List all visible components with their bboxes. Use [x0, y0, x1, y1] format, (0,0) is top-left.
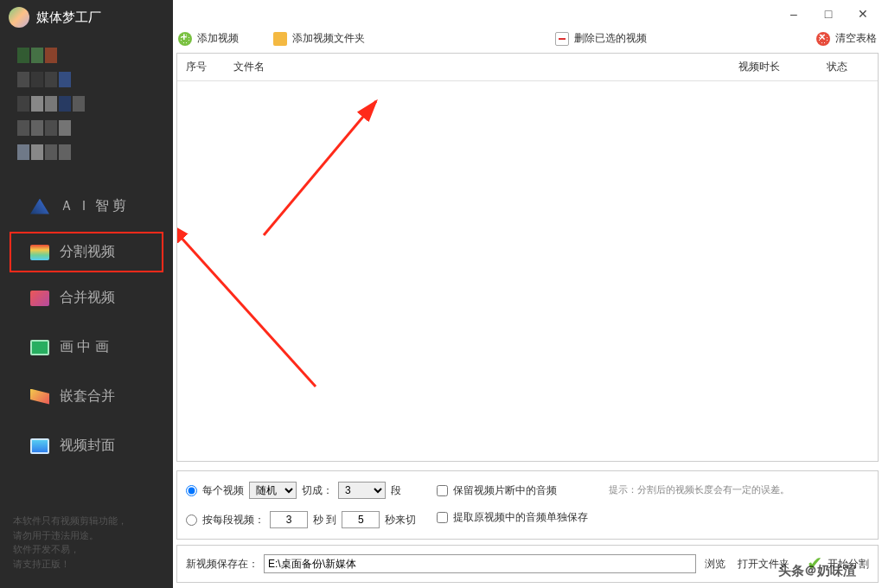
extract-audio-checkbox[interactable] — [437, 512, 448, 523]
pixelated-area — [0, 35, 173, 173]
nav-label: 合并视频 — [60, 289, 115, 307]
nav-label: Ａ Ｉ 智 剪 — [60, 197, 126, 215]
add-icon — [178, 32, 192, 46]
cover-icon — [30, 438, 49, 454]
svg-line-0 — [264, 101, 376, 235]
keep-audio-label: 保留视频片断中的音频 — [453, 483, 557, 498]
th-seq: 序号 — [177, 60, 225, 74]
footer-text: 本软件只有视频剪辑功能， 请勿用于违法用途。 软件开发不易， 请支持正版！ — [0, 496, 173, 588]
keep-audio-checkbox[interactable] — [437, 485, 448, 496]
nav-ai-edit[interactable]: Ａ Ｉ 智 剪 — [0, 182, 173, 231]
th-duration: 视频时长 — [722, 60, 796, 74]
nest-icon — [30, 389, 49, 405]
segments-suffix: 段 — [391, 483, 401, 498]
each-video-label: 每个视频 — [202, 483, 244, 498]
maximize-button[interactable]: □ — [823, 7, 834, 21]
arrow-annotation-2 — [176, 222, 324, 398]
add-folder-button[interactable]: 添加视频文件夹 — [273, 31, 365, 46]
svg-line-1 — [179, 235, 316, 387]
sec-mid-label: 秒 到 — [313, 513, 336, 527]
random-select[interactable]: 随机 — [249, 482, 297, 499]
cut-into-label: 切成： — [302, 483, 333, 498]
clear-icon — [816, 32, 830, 46]
nav-label: 嵌套合并 — [60, 387, 115, 406]
nav-label: 视频封面 — [60, 437, 115, 455]
save-label: 新视频保存在： — [186, 557, 259, 572]
nav-pip[interactable]: 画 中 画 — [0, 323, 173, 372]
nav-nest-merge[interactable]: 嵌套合并 — [0, 372, 173, 421]
pip-icon — [30, 340, 49, 355]
nav-merge-video[interactable]: 合并视频 — [0, 273, 173, 323]
sec-from-input[interactable] — [270, 511, 308, 528]
hint-text: 提示：分割后的视频长度会有一定的误差。 — [609, 482, 789, 496]
th-name: 文件名 — [225, 60, 722, 74]
nav-label: 分割视频 — [60, 243, 115, 261]
sec-to-input[interactable] — [342, 511, 380, 528]
add-video-button[interactable]: 添加视频 — [178, 31, 239, 46]
arrow-annotation-1 — [255, 88, 393, 246]
app-logo — [9, 7, 29, 28]
minimize-button[interactable]: – — [789, 7, 799, 21]
app-title: 媒体梦工厂 — [36, 10, 101, 26]
close-button[interactable]: ✕ — [858, 7, 868, 21]
radio-by-segment[interactable] — [186, 514, 197, 526]
clear-table-button[interactable]: 清空表格 — [816, 31, 877, 46]
save-path-input[interactable] — [264, 554, 696, 573]
nav-cover[interactable]: 视频封面 — [0, 421, 173, 470]
folder-icon — [273, 32, 287, 46]
split-icon — [30, 245, 49, 260]
browse-button[interactable]: 浏览 — [701, 555, 729, 573]
delete-selected-button[interactable]: 删除已选的视频 — [555, 31, 647, 46]
by-segment-label: 按每段视频： — [202, 513, 265, 527]
ai-icon — [30, 199, 49, 214]
nav-split-video[interactable]: 分割视频 — [9, 231, 164, 273]
watermark: 头条＠奶味渲 — [778, 563, 856, 579]
table: 序号 文件名 视频时长 状态 — [176, 53, 879, 462]
radio-each-video[interactable] — [186, 485, 197, 496]
extract-audio-label: 提取原视频中的音频单独保存 — [453, 510, 588, 525]
delete-icon — [555, 32, 569, 46]
merge-icon — [30, 291, 49, 306]
sec-suffix: 秒来切 — [385, 513, 416, 527]
segment-count-select[interactable]: 3 — [338, 482, 386, 499]
nav-label: 画 中 画 — [60, 338, 109, 356]
th-status: 状态 — [796, 60, 878, 74]
